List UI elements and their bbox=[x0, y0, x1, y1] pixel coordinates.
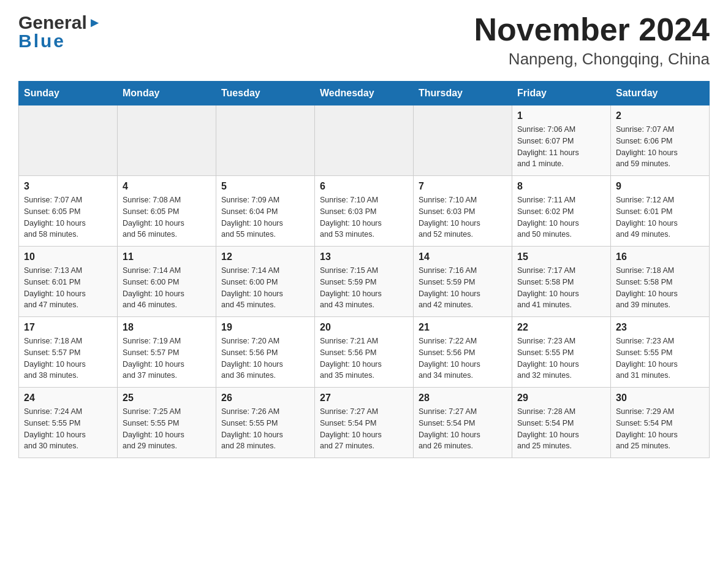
day-number: 9 bbox=[616, 181, 704, 192]
day-number: 13 bbox=[320, 251, 408, 262]
calendar-cell: 23Sunrise: 7:23 AMSunset: 5:55 PMDayligh… bbox=[611, 317, 710, 388]
day-info: Sunrise: 7:17 AMSunset: 5:58 PMDaylight:… bbox=[517, 265, 605, 311]
day-info: Sunrise: 7:16 AMSunset: 5:59 PMDaylight:… bbox=[419, 265, 507, 311]
header: General► Blue November 2024 Nanpeng, Cho… bbox=[18, 12, 710, 69]
day-info: Sunrise: 7:27 AMSunset: 5:54 PMDaylight:… bbox=[419, 406, 507, 452]
day-number: 5 bbox=[221, 181, 309, 192]
calendar-cell: 24Sunrise: 7:24 AMSunset: 5:55 PMDayligh… bbox=[19, 388, 118, 458]
weekday-header-saturday: Saturday bbox=[611, 82, 710, 105]
calendar-table: SundayMondayTuesdayWednesdayThursdayFrid… bbox=[18, 81, 710, 458]
calendar-cell: 11Sunrise: 7:14 AMSunset: 6:00 PMDayligh… bbox=[118, 247, 216, 317]
day-info: Sunrise: 7:26 AMSunset: 5:55 PMDaylight:… bbox=[221, 406, 309, 452]
day-number: 25 bbox=[123, 393, 211, 404]
calendar-week-1: 1Sunrise: 7:06 AMSunset: 6:07 PMDaylight… bbox=[19, 105, 710, 176]
day-info: Sunrise: 7:10 AMSunset: 6:03 PMDaylight:… bbox=[320, 194, 408, 240]
calendar-cell: 10Sunrise: 7:13 AMSunset: 6:01 PMDayligh… bbox=[19, 247, 118, 317]
calendar-cell: 12Sunrise: 7:14 AMSunset: 6:00 PMDayligh… bbox=[216, 247, 315, 317]
calendar-week-3: 10Sunrise: 7:13 AMSunset: 6:01 PMDayligh… bbox=[19, 247, 710, 317]
day-info: Sunrise: 7:10 AMSunset: 6:03 PMDaylight:… bbox=[419, 194, 507, 240]
logo-line2: Blue bbox=[18, 31, 102, 52]
day-number: 21 bbox=[419, 322, 507, 333]
day-number: 17 bbox=[24, 322, 112, 333]
day-number: 4 bbox=[123, 181, 211, 192]
day-info: Sunrise: 7:13 AMSunset: 6:01 PMDaylight:… bbox=[24, 265, 112, 311]
day-number: 22 bbox=[517, 322, 605, 333]
day-number: 1 bbox=[517, 110, 605, 121]
day-info: Sunrise: 7:14 AMSunset: 6:00 PMDaylight:… bbox=[123, 265, 211, 311]
day-number: 27 bbox=[320, 393, 408, 404]
calendar-cell: 22Sunrise: 7:23 AMSunset: 5:55 PMDayligh… bbox=[512, 317, 611, 388]
day-info: Sunrise: 7:18 AMSunset: 5:57 PMDaylight:… bbox=[24, 335, 112, 381]
calendar-cell: 9Sunrise: 7:12 AMSunset: 6:01 PMDaylight… bbox=[611, 176, 710, 247]
day-info: Sunrise: 7:07 AMSunset: 6:05 PMDaylight:… bbox=[24, 194, 112, 240]
day-number: 7 bbox=[419, 181, 507, 192]
weekday-header-wednesday: Wednesday bbox=[315, 82, 414, 105]
day-info: Sunrise: 7:15 AMSunset: 5:59 PMDaylight:… bbox=[320, 265, 408, 311]
logo-general-text: General bbox=[18, 12, 87, 33]
weekday-header-sunday: Sunday bbox=[19, 82, 118, 105]
day-number: 15 bbox=[517, 251, 605, 262]
calendar-cell: 20Sunrise: 7:21 AMSunset: 5:56 PMDayligh… bbox=[315, 317, 414, 388]
day-info: Sunrise: 7:14 AMSunset: 6:00 PMDaylight:… bbox=[221, 265, 309, 311]
day-info: Sunrise: 7:27 AMSunset: 5:54 PMDaylight:… bbox=[320, 406, 408, 452]
calendar-cell: 28Sunrise: 7:27 AMSunset: 5:54 PMDayligh… bbox=[414, 388, 512, 458]
day-info: Sunrise: 7:22 AMSunset: 5:56 PMDaylight:… bbox=[419, 335, 507, 381]
day-info: Sunrise: 7:06 AMSunset: 6:07 PMDaylight:… bbox=[517, 124, 605, 170]
day-info: Sunrise: 7:24 AMSunset: 5:55 PMDaylight:… bbox=[24, 406, 112, 452]
calendar-cell: 4Sunrise: 7:08 AMSunset: 6:05 PMDaylight… bbox=[118, 176, 216, 247]
header-row: SundayMondayTuesdayWednesdayThursdayFrid… bbox=[19, 82, 710, 105]
day-info: Sunrise: 7:19 AMSunset: 5:57 PMDaylight:… bbox=[123, 335, 211, 381]
day-info: Sunrise: 7:28 AMSunset: 5:54 PMDaylight:… bbox=[517, 406, 605, 452]
day-info: Sunrise: 7:09 AMSunset: 6:04 PMDaylight:… bbox=[221, 194, 309, 240]
weekday-header-monday: Monday bbox=[118, 82, 216, 105]
calendar-cell bbox=[19, 105, 118, 176]
day-number: 2 bbox=[616, 110, 704, 121]
day-info: Sunrise: 7:20 AMSunset: 5:56 PMDaylight:… bbox=[221, 335, 309, 381]
day-number: 10 bbox=[24, 251, 112, 262]
logo-arrow-icon: ► bbox=[88, 15, 102, 31]
calendar-cell: 26Sunrise: 7:26 AMSunset: 5:55 PMDayligh… bbox=[216, 388, 315, 458]
calendar-cell: 29Sunrise: 7:28 AMSunset: 5:54 PMDayligh… bbox=[512, 388, 611, 458]
month-title: November 2024 bbox=[474, 12, 710, 47]
day-number: 18 bbox=[123, 322, 211, 333]
weekday-header-friday: Friday bbox=[512, 82, 611, 105]
calendar-body: 1Sunrise: 7:06 AMSunset: 6:07 PMDaylight… bbox=[19, 105, 710, 458]
day-info: Sunrise: 7:25 AMSunset: 5:55 PMDaylight:… bbox=[123, 406, 211, 452]
day-number: 8 bbox=[517, 181, 605, 192]
day-number: 14 bbox=[419, 251, 507, 262]
calendar-cell: 7Sunrise: 7:10 AMSunset: 6:03 PMDaylight… bbox=[414, 176, 512, 247]
calendar-cell: 25Sunrise: 7:25 AMSunset: 5:55 PMDayligh… bbox=[118, 388, 216, 458]
calendar-cell: 6Sunrise: 7:10 AMSunset: 6:03 PMDaylight… bbox=[315, 176, 414, 247]
calendar-cell: 14Sunrise: 7:16 AMSunset: 5:59 PMDayligh… bbox=[414, 247, 512, 317]
day-number: 28 bbox=[419, 393, 507, 404]
day-number: 16 bbox=[616, 251, 704, 262]
calendar-cell: 27Sunrise: 7:27 AMSunset: 5:54 PMDayligh… bbox=[315, 388, 414, 458]
calendar-cell: 3Sunrise: 7:07 AMSunset: 6:05 PMDaylight… bbox=[19, 176, 118, 247]
logo: General► Blue bbox=[18, 12, 102, 52]
calendar-cell: 13Sunrise: 7:15 AMSunset: 5:59 PMDayligh… bbox=[315, 247, 414, 317]
calendar-cell: 17Sunrise: 7:18 AMSunset: 5:57 PMDayligh… bbox=[19, 317, 118, 388]
calendar-cell bbox=[216, 105, 315, 176]
calendar-cell: 5Sunrise: 7:09 AMSunset: 6:04 PMDaylight… bbox=[216, 176, 315, 247]
location-title: Nanpeng, Chongqing, China bbox=[474, 50, 710, 69]
day-number: 30 bbox=[616, 393, 704, 404]
day-info: Sunrise: 7:29 AMSunset: 5:54 PMDaylight:… bbox=[616, 406, 704, 452]
day-info: Sunrise: 7:07 AMSunset: 6:06 PMDaylight:… bbox=[616, 124, 704, 170]
day-number: 3 bbox=[24, 181, 112, 192]
calendar-cell: 15Sunrise: 7:17 AMSunset: 5:58 PMDayligh… bbox=[512, 247, 611, 317]
day-info: Sunrise: 7:11 AMSunset: 6:02 PMDaylight:… bbox=[517, 194, 605, 240]
day-number: 23 bbox=[616, 322, 704, 333]
calendar-week-5: 24Sunrise: 7:24 AMSunset: 5:55 PMDayligh… bbox=[19, 388, 710, 458]
day-number: 12 bbox=[221, 251, 309, 262]
day-info: Sunrise: 7:23 AMSunset: 5:55 PMDaylight:… bbox=[616, 335, 704, 381]
calendar-header: SundayMondayTuesdayWednesdayThursdayFrid… bbox=[19, 82, 710, 105]
logo-line1: General► bbox=[18, 12, 102, 33]
calendar-cell bbox=[118, 105, 216, 176]
calendar-cell bbox=[414, 105, 512, 176]
calendar-cell: 16Sunrise: 7:18 AMSunset: 5:58 PMDayligh… bbox=[611, 247, 710, 317]
day-number: 20 bbox=[320, 322, 408, 333]
day-info: Sunrise: 7:23 AMSunset: 5:55 PMDaylight:… bbox=[517, 335, 605, 381]
day-number: 6 bbox=[320, 181, 408, 192]
calendar-cell: 21Sunrise: 7:22 AMSunset: 5:56 PMDayligh… bbox=[414, 317, 512, 388]
weekday-header-thursday: Thursday bbox=[414, 82, 512, 105]
